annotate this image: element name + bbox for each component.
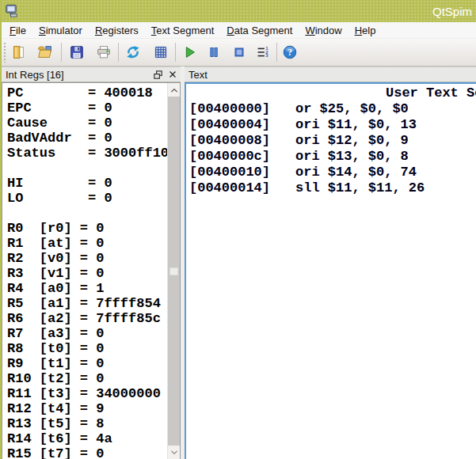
text-segment-viewport: User Text Segment [00400000]or $25, $0, … <box>185 82 476 459</box>
instruction-text: ori $11, $0, 13 <box>295 117 417 133</box>
save-log-button[interactable] <box>67 43 86 62</box>
register-row: Cause = 0 <box>7 116 180 131</box>
text-panel-title: Text <box>188 69 208 81</box>
numbered-list-icon: 123 <box>254 44 272 61</box>
instruction-address: [00400004] <box>189 117 295 133</box>
menu-registers[interactable]: Registers <box>89 23 145 38</box>
refresh-registers-button[interactable] <box>124 43 143 62</box>
instruction-row: [00400000]or $25, $0, $0 <box>189 101 476 117</box>
register-row: EPC = 0 <box>7 101 180 116</box>
close-panel-button[interactable] <box>166 69 178 81</box>
instruction-address: [00400010] <box>189 165 295 180</box>
help-icon: ? <box>281 44 299 61</box>
instruction-address: [00400008] <box>189 133 295 149</box>
menubar: File Simulator Registers Text Segment Da… <box>2 22 476 39</box>
instruction-address: [0040000c] <box>189 149 295 165</box>
menu-window[interactable]: Window <box>299 23 348 38</box>
instruction-address: [00400000] <box>189 101 295 117</box>
instruction-row: [00400014]sll $11, $11, 26 <box>189 180 476 196</box>
float-panel-button[interactable] <box>152 69 164 81</box>
register-row: R2 [v0] = 0 <box>7 251 180 266</box>
registers-vertical-scrollbar[interactable] <box>167 83 180 459</box>
stop-button[interactable] <box>230 43 249 62</box>
register-viewport: PC = 400018EPC = 0Cause = 0BadVAddr = 0S… <box>2 82 181 459</box>
instruction-text: ori $14, $0, 74 <box>295 165 417 180</box>
menu-file[interactable]: File <box>3 23 32 38</box>
print-button[interactable] <box>94 43 113 62</box>
instruction-row: [00400010]ori $14, $0, 74 <box>189 165 476 180</box>
new-file-button[interactable] <box>9 43 28 62</box>
pause-button[interactable] <box>204 43 223 62</box>
scroll-up-button[interactable] <box>168 83 180 97</box>
titlebar: QtSpim <box>2 0 476 22</box>
register-row: R14 [t6] = 4a <box>7 431 180 446</box>
register-row: R4 [a0] = 1 <box>7 281 180 296</box>
instruction-text: sll $11, $11, 26 <box>295 180 425 196</box>
register-row: R3 [v1] = 0 <box>7 266 180 281</box>
svg-text:?: ? <box>288 47 292 57</box>
register-row: R9 [t1] = 0 <box>7 356 180 371</box>
register-row <box>7 161 180 176</box>
instruction-row: [00400008]ori $12, $0, 9 <box>189 133 476 149</box>
int-regs-title: Int Regs [16] <box>6 69 64 81</box>
text-panel-header: Text <box>185 66 476 82</box>
register-row: Status = 3000ff10 <box>7 146 180 161</box>
register-row: HI = 0 <box>7 176 180 191</box>
instruction-row: [0040000c]ori $13, $0, 8 <box>189 149 476 165</box>
register-row: R12 [t4] = 9 <box>7 401 180 416</box>
printer-icon <box>95 44 112 61</box>
run-parameters-button[interactable]: 123 <box>253 43 272 62</box>
instruction-text: ori $12, $0, 9 <box>295 133 409 149</box>
toolbar-separator <box>61 43 62 62</box>
help-button[interactable]: ? <box>280 43 299 62</box>
play-icon <box>181 44 198 61</box>
register-row: R15 [t7] = 0 <box>7 446 180 459</box>
menu-data-segment[interactable]: Data Segment <box>220 23 299 38</box>
instruction-text: ori $13, $0, 8 <box>295 149 409 165</box>
instruction-address: [00400014] <box>189 180 295 196</box>
reinitialize-button[interactable] <box>151 43 170 62</box>
menu-simulator[interactable]: Simulator <box>32 23 89 38</box>
register-row: LO = 0 <box>7 191 180 206</box>
toolbar-separator <box>175 43 176 62</box>
register-row: PC = 400018 <box>7 85 180 101</box>
register-row: R1 [at] = 0 <box>7 236 180 251</box>
register-row: R6 [a2] = 7ffff85c <box>7 311 180 326</box>
open-folder-icon <box>36 44 54 61</box>
grid-icon <box>152 44 169 61</box>
register-row: R10 [t2] = 0 <box>7 371 180 386</box>
scrollbar-thumb-grip <box>169 267 178 275</box>
menu-text-segment[interactable]: Text Segment <box>145 23 221 38</box>
chevron-up-icon <box>170 88 178 93</box>
float-icon <box>153 70 163 80</box>
close-icon <box>168 70 177 79</box>
register-row: R7 [a3] = 0 <box>7 326 180 341</box>
toolbar-separator <box>276 43 277 62</box>
svg-text:3: 3 <box>265 53 268 58</box>
qtspim-app-icon[interactable] <box>4 4 18 18</box>
scrollbar-thumb[interactable] <box>168 97 180 446</box>
instruction-list: [00400000]or $25, $0, $0[00400004]ori $1… <box>189 101 476 196</box>
register-row: R8 [t0] = 0 <box>7 341 180 356</box>
new-file-icon <box>10 44 27 61</box>
window-title: QtSpim <box>432 5 476 18</box>
dock-area: Int Regs [16] PC = 400018EPC <box>2 66 476 459</box>
stop-icon <box>230 44 248 61</box>
chevron-down-icon <box>170 450 178 455</box>
save-floppy-icon <box>68 44 86 61</box>
register-list: PC = 400018EPC = 0Cause = 0BadVAddr = 0S… <box>2 83 180 459</box>
int-regs-panel: Int Regs [16] PC = 400018EPC <box>2 66 181 459</box>
qtspim-window: QtSpim File Simulator Registers Text Seg… <box>0 0 476 459</box>
scroll-down-button[interactable] <box>168 446 180 459</box>
int-regs-header: Int Regs [16] <box>2 66 181 82</box>
register-row: R5 [a1] = 7ffff854 <box>7 296 180 311</box>
text-panel: Text User Text Segment [00400000]or $25,… <box>185 66 476 459</box>
instruction-row: [00400004]ori $11, $0, 13 <box>189 117 476 133</box>
run-button[interactable] <box>180 43 199 62</box>
open-file-button[interactable] <box>36 43 55 62</box>
toolbar-grip-handle[interactable] <box>3 42 7 63</box>
instruction-text: or $25, $0, $0 <box>295 101 409 117</box>
register-row: R0 [r0] = 0 <box>7 221 180 236</box>
register-row: R13 [t5] = 8 <box>7 416 180 431</box>
menu-help[interactable]: Help <box>348 23 383 38</box>
